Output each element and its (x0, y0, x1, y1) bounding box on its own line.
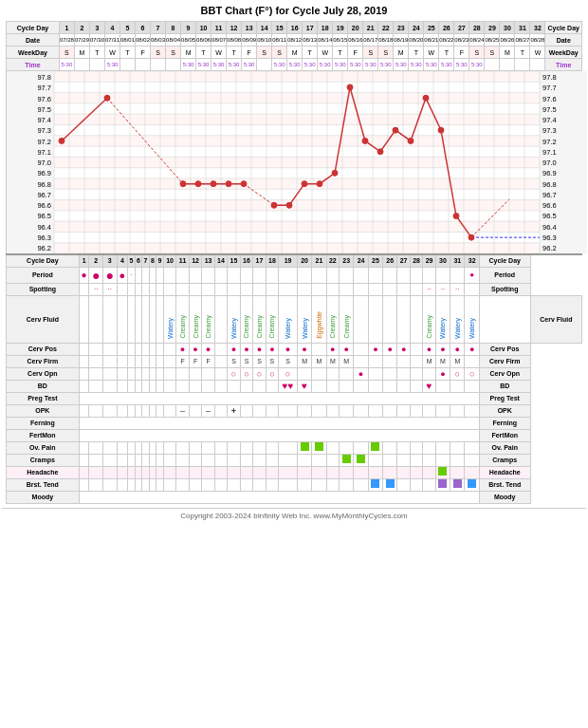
bottom-data-table: Cycle Day 1 2 3 4 5 6 7 8 9 10 11 12 13 … (6, 253, 582, 504)
svg-text:96.2: 96.2 (37, 244, 51, 252)
svg-point-116 (241, 181, 247, 187)
svg-text:97.0: 97.0 (542, 159, 557, 167)
svg-text:96.6: 96.6 (542, 201, 557, 210)
svg-point-114 (211, 181, 216, 187)
temp-chart-area: 97.8 97.7 97.6 97.5 97.4 97.3 97.2 97.1 … (6, 71, 582, 253)
svg-point-123 (362, 138, 368, 143)
svg-text:97.1: 97.1 (37, 148, 51, 157)
svg-text:96.5: 96.5 (37, 212, 51, 220)
cerv-firm-row: Cerv Firm F F F S S S S S M (7, 355, 582, 367)
spotting-row: Spotting ·· ·· (7, 283, 582, 295)
svg-text:96.7: 96.7 (542, 191, 557, 199)
temp-chart-svg: 97.8 97.7 97.6 97.5 97.4 97.3 97.2 97.1 … (7, 71, 587, 253)
svg-point-127 (423, 95, 429, 101)
cycle-day-row: Cycle Day 1 2 3 4 5 6 7 8 9 10 11 12 13 … (7, 22, 582, 34)
day-1: 1 (59, 22, 74, 34)
svg-text:97.2: 97.2 (37, 138, 51, 146)
svg-text:97.4: 97.4 (542, 116, 557, 124)
svg-point-124 (377, 149, 383, 155)
svg-point-115 (226, 181, 231, 187)
svg-text:97.8: 97.8 (37, 73, 51, 82)
cerv-fluid-row: Cerv Fluid Watery Creamy Creamy Creamy W… (7, 295, 582, 343)
cerv-opn-row: Cerv Opn ○ ○ ○ ○ ○ (7, 367, 582, 380)
svg-point-129 (453, 214, 459, 219)
svg-point-125 (393, 127, 398, 133)
svg-point-118 (286, 202, 292, 208)
svg-text:96.5: 96.5 (542, 212, 557, 220)
svg-text:97.3: 97.3 (37, 126, 51, 135)
svg-text:97.7: 97.7 (37, 84, 51, 92)
time-row: Time 5:30 5:30 5:30 5:30 5:30 5:30 5:30 … (7, 59, 582, 71)
svg-text:97.1: 97.1 (542, 148, 557, 157)
page-container: BBT Chart (F°) for Cycle July 28, 2019 C… (0, 0, 588, 525)
svg-point-112 (180, 181, 186, 187)
cycle-day-label: Cycle Day (7, 22, 60, 34)
svg-text:97.6: 97.6 (542, 95, 557, 103)
svg-text:97.7: 97.7 (542, 84, 557, 92)
bd-row: BD ♥♥ ♥ (7, 380, 582, 392)
cycle-day-bottom-row: Cycle Day 1 2 3 4 5 6 7 8 9 10 11 12 13 … (7, 254, 582, 267)
main-chart-table: Cycle Day 1 2 3 4 5 6 7 8 9 10 11 12 13 … (6, 21, 582, 71)
svg-text:96.2: 96.2 (542, 244, 557, 252)
svg-text:97.8: 97.8 (542, 73, 557, 82)
ferning-row: Ferning Ferning (7, 417, 582, 429)
svg-point-111 (104, 95, 110, 101)
svg-point-120 (317, 181, 322, 187)
ov-pain-row: Ov. Pain (7, 441, 582, 454)
svg-point-117 (271, 202, 277, 208)
svg-text:97.2: 97.2 (542, 138, 557, 146)
svg-point-119 (302, 181, 307, 187)
date-row: Date 07/28 07/29 07/30 07/31 08/01 08/02… (7, 34, 582, 47)
cerv-pos-row: Cerv Pos ● ● ● ● ● ● ● ● ● (7, 343, 582, 355)
moody-row: Moody Moody (7, 491, 582, 503)
fertmon-row: FertMon FertMon (7, 429, 582, 441)
svg-text:96.8: 96.8 (37, 180, 51, 189)
chart-wrapper: Cycle Day 1 2 3 4 5 6 7 8 9 10 11 12 13 … (2, 19, 586, 506)
svg-text:96.9: 96.9 (37, 169, 51, 177)
svg-text:96.4: 96.4 (37, 223, 51, 232)
footer: Copyright 2003-2024 bInfinity Web Inc. w… (2, 508, 586, 523)
svg-point-126 (408, 138, 413, 143)
svg-point-122 (347, 84, 353, 90)
svg-text:96.6: 96.6 (37, 201, 51, 210)
svg-text:97.4: 97.4 (37, 116, 51, 124)
svg-text:96.3: 96.3 (37, 233, 51, 242)
headache-row: Headache (7, 466, 582, 478)
weekday-row: WeekDay S M T W T F S S M T W T F S S M … (7, 47, 582, 59)
svg-text:97.5: 97.5 (37, 105, 51, 114)
svg-point-130 (469, 234, 474, 240)
brst-tend-row: Brst. Tend (7, 478, 582, 491)
svg-text:97.0: 97.0 (37, 159, 51, 167)
svg-text:96.4: 96.4 (542, 223, 557, 232)
svg-text:97.6: 97.6 (37, 95, 51, 103)
svg-text:96.7: 96.7 (37, 191, 51, 199)
svg-text:96.3: 96.3 (542, 233, 557, 242)
preg-test-row: Preg Test Preg Test (7, 392, 582, 404)
svg-point-121 (332, 170, 338, 176)
svg-text:96.8: 96.8 (542, 180, 557, 189)
cramps-row: Cramps (7, 454, 582, 466)
svg-text:97.3: 97.3 (542, 126, 557, 135)
opk-row: OPK – – + (7, 404, 582, 417)
svg-text:97.5: 97.5 (542, 105, 557, 114)
chart-title: BBT Chart (F°) for Cycle July 28, 2019 (2, 2, 586, 19)
svg-point-128 (438, 127, 444, 133)
svg-text:96.9: 96.9 (542, 169, 557, 177)
svg-point-113 (195, 181, 201, 187)
svg-point-110 (59, 138, 64, 143)
period-row: Period ● ● ● ● · (7, 267, 582, 283)
